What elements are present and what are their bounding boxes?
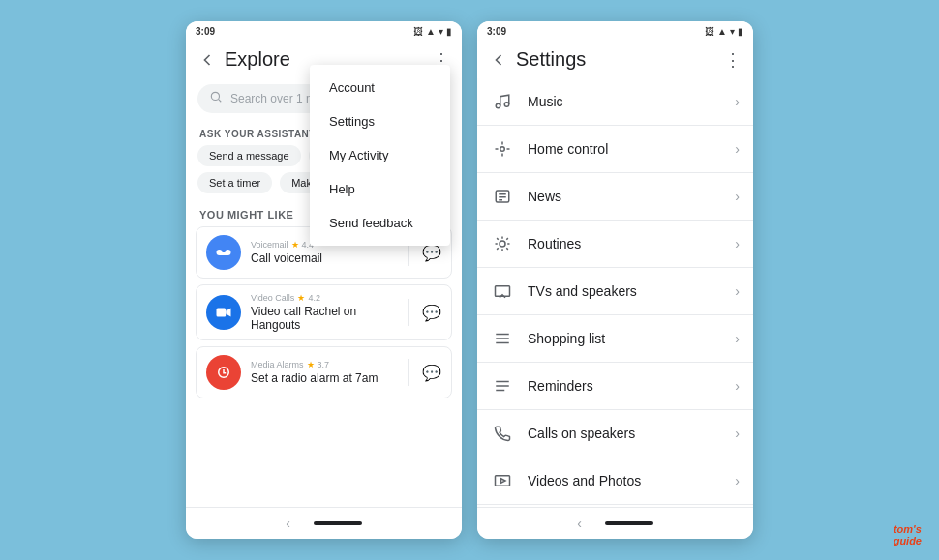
svg-line-1	[219, 100, 222, 103]
settings-item-calls-speakers[interactable]: Calls on speakers ›	[477, 410, 753, 457]
news-chevron: ›	[735, 189, 740, 204]
image-icon-r: 🖼	[705, 26, 714, 37]
dropdown-menu: Account Settings My Activity Help Send f…	[310, 65, 450, 246]
divider	[408, 359, 409, 386]
search-icon	[209, 90, 223, 107]
news-icon	[491, 185, 514, 208]
suggestion-media-alarms[interactable]: Media Alarms ★ 3.7 Set a radio alarm at …	[196, 346, 452, 398]
toms-guide-line1: tom's	[894, 523, 922, 535]
dropdown-my-activity[interactable]: My Activity	[310, 138, 450, 172]
shopping-list-chevron: ›	[735, 331, 740, 346]
voicemail-text: Call voicemail	[251, 251, 394, 265]
back-button[interactable]	[197, 50, 217, 70]
battery-icon-r: ▮	[738, 26, 743, 37]
routines-chevron: ›	[735, 236, 740, 251]
divider	[408, 299, 409, 326]
svg-rect-5	[217, 309, 227, 317]
time-right: 3:09	[487, 26, 506, 37]
nav-back-right[interactable]: ‹	[577, 516, 582, 531]
signal-icon-r: ▲	[717, 26, 727, 37]
dropdown-send-feedback[interactable]: Send feedback	[310, 206, 450, 240]
videos-photos-label: Videos and Photos	[528, 473, 721, 488]
settings-item-videos-photos[interactable]: Videos and Photos ›	[477, 457, 753, 505]
toms-guide-line2: guide	[894, 535, 922, 546]
routines-icon	[491, 232, 514, 255]
settings-title: Settings	[516, 48, 724, 71]
dropdown-help[interactable]: Help	[310, 172, 450, 206]
chip-timer[interactable]: Set a timer	[197, 172, 272, 193]
settings-item-shopping-list[interactable]: Shopping list ›	[477, 315, 753, 363]
home-control-label: Home control	[528, 141, 721, 157]
status-icons-right: 🖼 ▲ ▾ ▮	[705, 26, 743, 37]
wifi-icon: ▾	[439, 26, 443, 37]
shopping-list-label: Shopping list	[528, 331, 721, 346]
music-label: Music	[528, 94, 721, 109]
videos-photos-chevron: ›	[735, 473, 740, 488]
left-phone: 3:09 🖼 ▲ ▾ ▮ Explore ⋮ Search over 1 mil…	[186, 21, 462, 539]
svg-point-0	[211, 92, 219, 100]
calls-speakers-label: Calls on speakers	[528, 426, 721, 441]
dropdown-settings[interactable]: Settings	[310, 104, 450, 138]
settings-item-routines[interactable]: Routines ›	[477, 221, 753, 268]
settings-item-home-control[interactable]: Home control ›	[477, 126, 753, 173]
media-alarms-text: Set a radio alarm at 7am	[251, 371, 394, 385]
toms-guide-logo: tom's guide	[894, 523, 922, 546]
media-alarms-icon	[206, 355, 241, 390]
calls-speakers-chevron: ›	[735, 426, 740, 441]
svg-rect-4	[220, 252, 228, 255]
home-control-chevron: ›	[735, 141, 740, 157]
settings-item-music[interactable]: Music ›	[477, 78, 753, 126]
videos-photos-icon	[491, 469, 514, 492]
you-might-title: YOU MIGHT LIKE	[199, 209, 293, 221]
music-chevron: ›	[735, 94, 740, 109]
routines-label: Routines	[528, 236, 721, 251]
battery-icon: ▮	[446, 26, 452, 37]
svg-marker-6	[226, 309, 230, 317]
settings-header: Settings ⋮	[477, 41, 753, 78]
settings-item-reminders[interactable]: Reminders ›	[477, 363, 753, 410]
news-label: News	[528, 189, 721, 204]
video-calls-icon	[206, 295, 241, 330]
video-calls-text: Video call Rachel on Hangouts	[251, 305, 394, 332]
home-indicator-right	[605, 521, 653, 525]
signal-icon: ▲	[426, 26, 436, 37]
svg-point-8	[496, 103, 500, 108]
settings-item-news[interactable]: News ›	[477, 173, 753, 221]
image-icon: 🖼	[413, 26, 423, 37]
status-icons-left: 🖼 ▲ ▾ ▮	[413, 26, 452, 37]
tvs-speakers-label: TVs and speakers	[528, 283, 721, 299]
reminders-chevron: ›	[735, 378, 740, 394]
svg-rect-27	[496, 476, 510, 486]
nav-back-left[interactable]: ‹	[286, 516, 290, 531]
video-calls-content: Video Calls ★ 4.2 Video call Rachel on H…	[251, 293, 394, 332]
bottom-nav-left: ‹	[186, 507, 462, 539]
voicemail-icon	[206, 235, 241, 270]
suggestion-video-calls[interactable]: Video Calls ★ 4.2 Video call Rachel on H…	[196, 284, 452, 340]
tvs-speakers-icon	[491, 280, 514, 303]
status-bar-right: 3:09 🖼 ▲ ▾ ▮	[477, 21, 753, 41]
reminders-label: Reminders	[528, 378, 721, 394]
chat-icon-voicemail[interactable]: 💬	[422, 244, 441, 262]
settings-item-tvs-speakers[interactable]: TVs and speakers ›	[477, 268, 753, 315]
more-button-right[interactable]: ⋮	[724, 49, 742, 71]
svg-marker-28	[501, 479, 506, 484]
settings-back-button[interactable]	[489, 50, 508, 70]
music-icon	[491, 90, 514, 113]
right-phone: 3:09 🖼 ▲ ▾ ▮ Settings ⋮ Music ›	[477, 21, 753, 539]
wifi-icon-r: ▾	[730, 26, 735, 37]
svg-point-9	[504, 103, 509, 107]
status-bar-left: 3:09 🖼 ▲ ▾ ▮	[186, 21, 462, 41]
settings-list: Music › Home control › News ›	[477, 78, 753, 507]
media-alarms-meta: Media Alarms ★ 3.7	[251, 360, 394, 369]
dropdown-account[interactable]: Account	[310, 71, 450, 104]
shopping-list-icon	[491, 327, 514, 350]
tvs-speakers-chevron: ›	[735, 283, 740, 299]
bottom-nav-right: ‹	[477, 507, 753, 539]
reminders-icon	[491, 374, 514, 398]
svg-point-19	[500, 241, 505, 247]
chip-send-message[interactable]: Send a message	[197, 145, 301, 166]
chat-icon-video[interactable]: 💬	[422, 304, 441, 322]
suggestion-list: Voicemail ★ 4.4 Call voicemail 💬 Video C…	[186, 226, 462, 398]
video-calls-meta: Video Calls ★ 4.2	[251, 293, 394, 303]
chat-icon-alarm[interactable]: 💬	[422, 364, 441, 382]
